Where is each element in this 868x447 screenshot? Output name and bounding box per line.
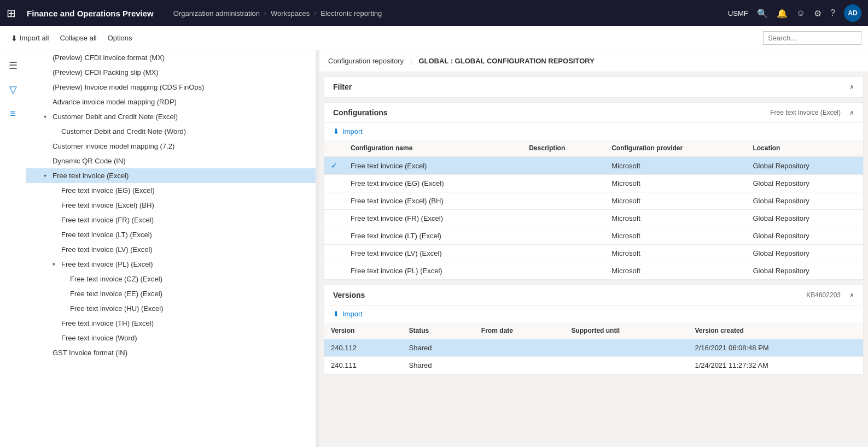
filter-section-header[interactable]: Filter ∧ xyxy=(324,77,863,97)
tree-item[interactable]: Free text invoice (Excel) (BH) xyxy=(26,198,316,213)
tree-item[interactable]: Free text invoice (CZ) (Excel) xyxy=(26,272,316,286)
col-check xyxy=(324,140,344,157)
tree-item[interactable]: Free text invoice (LT) (Excel) xyxy=(26,227,316,242)
tree-item-label: Free text invoice (Excel) (BH) xyxy=(61,201,154,209)
breadcrumb-org-admin[interactable]: Organization administration xyxy=(173,9,260,17)
check-cell xyxy=(324,192,344,210)
col-supported-until: Supported until xyxy=(564,322,688,339)
tree-item[interactable]: (Preview) CFDI invoice format (MX) xyxy=(26,50,316,65)
col-version: Version xyxy=(324,322,403,339)
tree-item[interactable]: Free text invoice (LV) (Excel) xyxy=(26,242,316,257)
tree-item[interactable]: Free text invoice (EE) (Excel) xyxy=(26,286,316,301)
tree-item-label: Free text invoice (EG) (Excel) xyxy=(61,186,155,195)
search-input[interactable] xyxy=(763,31,861,45)
breadcrumb-workspaces[interactable]: Workspaces xyxy=(271,9,310,17)
tree-item[interactable]: Customer invoice model mapping (7.2) xyxy=(26,139,316,154)
configurations-header[interactable]: Configurations Free text invoice (Excel)… xyxy=(324,103,863,123)
tree-item[interactable]: Free text invoice (EG) (Excel) xyxy=(26,183,316,198)
notification-icon[interactable]: 🔔 xyxy=(777,8,788,19)
tree-item-label: Customer Debit and Credit Note (Excel) xyxy=(53,113,178,121)
table-row[interactable]: 240.111 Shared 1/24/2021 11:27:32 AM xyxy=(324,357,863,374)
tree-item[interactable]: Customer Debit and Credit Note (Word) xyxy=(26,124,316,139)
tree-item[interactable]: Free text invoice (TH) (Excel) xyxy=(26,316,316,331)
top-nav-right: USMF 🔍 🔔 ☺ ⚙ ? AD xyxy=(728,4,861,22)
avatar[interactable]: AD xyxy=(844,4,861,22)
versions-table-container[interactable]: Version Status From date Supported until… xyxy=(324,322,863,374)
tree-item[interactable]: Free text invoice (HU) (Excel) xyxy=(26,301,316,316)
configurations-table-container[interactable]: Configuration name Description Configura… xyxy=(324,140,863,280)
table-row[interactable]: Free text invoice (PL) (Excel) Microsoft… xyxy=(324,262,863,280)
supported-until-cell xyxy=(564,357,688,374)
versions-import-button[interactable]: ⬇ Import xyxy=(324,305,371,322)
feedback-icon[interactable]: ☺ xyxy=(796,8,805,18)
import-all-button[interactable]: ⬇ Import all xyxy=(7,32,53,45)
description-cell xyxy=(522,227,605,245)
version-cell: 240.111 xyxy=(324,357,403,374)
expand-icon[interactable]: ▾ xyxy=(44,173,53,179)
table-row[interactable]: Free text invoice (LV) (Excel) Microsoft… xyxy=(324,245,863,262)
collapse-all-label: Collapse all xyxy=(60,34,96,42)
col-from-date: From date xyxy=(475,322,565,339)
tree-item-label: (Preview) CFDI Packing slip (MX) xyxy=(53,68,159,77)
app-grid-icon[interactable]: ⊞ xyxy=(7,7,16,20)
sidebar-filter-icon[interactable]: ▽ xyxy=(2,79,24,101)
versions-collapse-icon[interactable]: ∧ xyxy=(849,291,854,299)
breadcrumb-sep-2: › xyxy=(314,9,316,17)
table-row[interactable]: Free text invoice (EG) (Excel) Microsoft… xyxy=(324,175,863,192)
versions-table: Version Status From date Supported until… xyxy=(324,322,863,374)
tree-item[interactable]: (Preview) Invoice model mapping (CDS Fin… xyxy=(26,80,316,95)
configurations-import-icon: ⬇ xyxy=(333,127,339,136)
provider-cell: Microsoft xyxy=(605,157,746,175)
status-cell: Shared xyxy=(403,339,475,357)
tree-item[interactable]: GST Invoice format (IN) xyxy=(26,345,316,360)
config-name-cell: Free text invoice (EG) (Excel) xyxy=(344,175,522,192)
provider-cell: Microsoft xyxy=(605,227,746,245)
sidebar-menu-icon[interactable]: ☰ xyxy=(2,55,24,77)
versions-title: Versions xyxy=(333,291,365,299)
table-row[interactable]: Free text invoice (LT) (Excel) Microsoft… xyxy=(324,227,863,245)
filter-collapse-icon[interactable]: ∧ xyxy=(849,83,854,91)
breadcrumb-electronic-reporting[interactable]: Electronic reporting xyxy=(321,9,382,17)
configurations-import-button[interactable]: ⬇ Import xyxy=(324,123,371,140)
sidebar-nav-icon[interactable]: ≡ xyxy=(2,103,24,125)
table-row[interactable]: Free text invoice (Excel) (BH) Microsoft… xyxy=(324,192,863,210)
configurations-table-body: ✓ Free text invoice (Excel) Microsoft Gl… xyxy=(324,157,863,280)
description-cell xyxy=(522,157,605,175)
tree-item[interactable]: Advance invoice model mapping (RDP) xyxy=(26,95,316,109)
expand-icon[interactable]: ▾ xyxy=(44,114,53,120)
tree-item[interactable]: ▾Free text invoice (Excel) xyxy=(26,168,316,183)
breadcrumb: Organization administration › Workspaces… xyxy=(173,9,721,17)
collapse-all-button[interactable]: Collapse all xyxy=(55,32,101,44)
from-date-cell xyxy=(475,357,565,374)
versions-header[interactable]: Versions KB4602203 ∧ xyxy=(324,285,863,305)
table-row[interactable]: ✓ Free text invoice (Excel) Microsoft Gl… xyxy=(324,157,863,175)
description-cell xyxy=(522,175,605,192)
versions-table-body: 240.112 Shared 2/16/2021 06:08:48 PM 240… xyxy=(324,339,863,374)
tree-item[interactable]: ▾Free text invoice (PL) (Excel) xyxy=(26,257,316,272)
description-cell xyxy=(522,192,605,210)
check-cell xyxy=(324,227,344,245)
help-icon[interactable]: ? xyxy=(830,8,835,18)
versions-import-icon: ⬇ xyxy=(333,310,339,318)
versions-section: Versions KB4602203 ∧ ⬇ Import Version xyxy=(324,285,864,375)
table-row[interactable]: 240.112 Shared 2/16/2021 06:08:48 PM xyxy=(324,339,863,357)
version-cell: 240.112 xyxy=(324,339,403,357)
expand-icon[interactable]: ▾ xyxy=(53,261,61,267)
search-icon[interactable]: 🔍 xyxy=(757,8,768,19)
toolbar-search-area xyxy=(763,31,861,45)
status-cell: Shared xyxy=(403,357,475,374)
app-title: Finance and Operations Preview xyxy=(27,9,154,18)
table-row[interactable]: Free text invoice (FR) (Excel) Microsoft… xyxy=(324,210,863,227)
configurations-collapse-icon[interactable]: ∧ xyxy=(849,109,854,116)
settings-icon[interactable]: ⚙ xyxy=(814,8,822,19)
version-created-cell: 2/16/2021 06:08:48 PM xyxy=(689,339,864,357)
tree-item[interactable]: Dynamic QR Code (IN) xyxy=(26,154,316,168)
tree-item[interactable]: (Preview) CFDI Packing slip (MX) xyxy=(26,65,316,80)
options-button[interactable]: Options xyxy=(103,32,137,44)
tree-item-label: Free text invoice (Excel) xyxy=(53,172,129,180)
tree-item[interactable]: Free text invoice (Word) xyxy=(26,331,316,345)
location-cell: Global Repository xyxy=(746,175,863,192)
tree-item[interactable]: ▾Customer Debit and Credit Note (Excel) xyxy=(26,109,316,124)
col-provider: Configuration provider xyxy=(605,140,746,157)
tree-item[interactable]: Free text invoice (FR) (Excel) xyxy=(26,213,316,227)
